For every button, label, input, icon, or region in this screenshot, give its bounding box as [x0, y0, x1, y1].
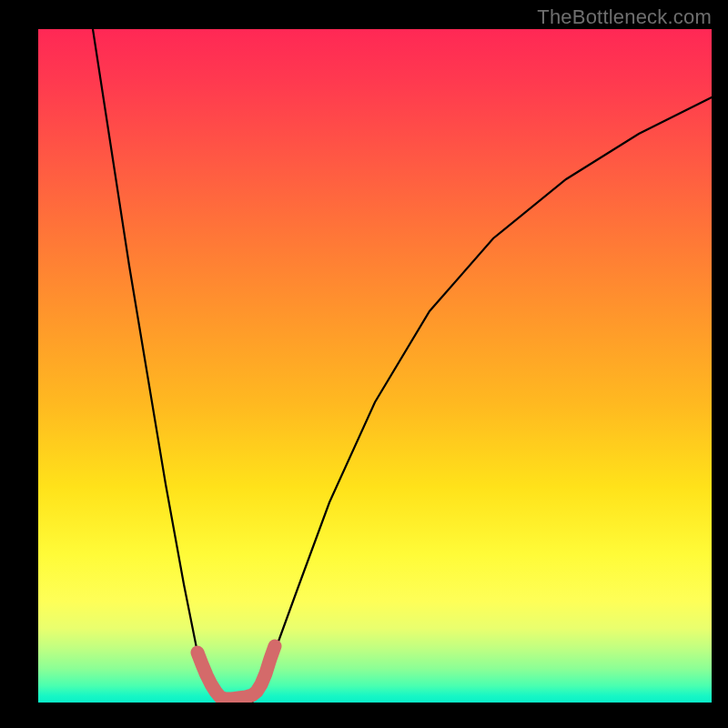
- left-curve: [93, 29, 220, 703]
- plot-area: [38, 29, 712, 703]
- trough-marker: [197, 646, 275, 699]
- watermark-text: TheBottleneck.com: [537, 5, 712, 29]
- chart-frame: TheBottleneck.com: [0, 0, 728, 728]
- curves-layer: [38, 29, 712, 703]
- right-curve: [252, 97, 712, 703]
